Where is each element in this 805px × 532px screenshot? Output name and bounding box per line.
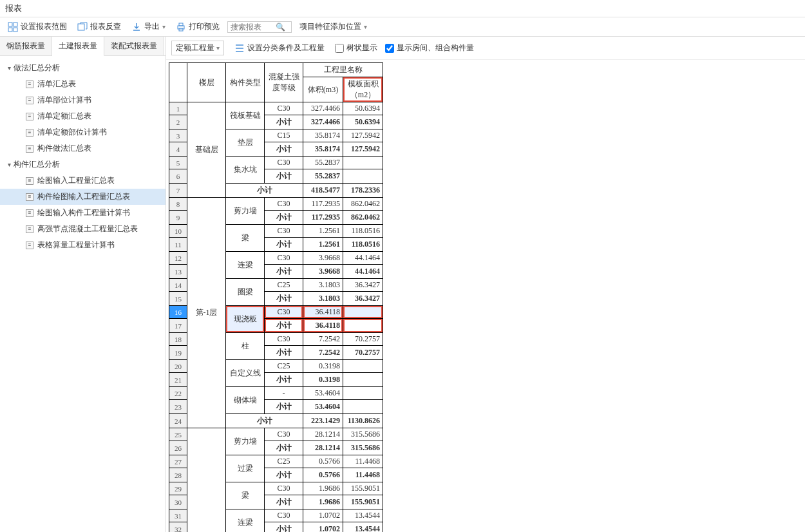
row-number: 8 (169, 198, 187, 211)
col-comp-type: 构件类型 (226, 63, 265, 102)
row-number: 11 (169, 238, 187, 252)
row-number: 15 (169, 292, 187, 306)
toolbar: 设置报表范围 报表反查 导出 打印预览 🔍 项目特征添加位置 (0, 17, 805, 37)
col-formwork: 模板面积（m2） (343, 77, 383, 102)
filter-bar: 定额工程量 设置分类条件及工程量 树状显示 显示房间、组合构件量 (166, 37, 805, 60)
feature-position-dropdown[interactable]: 项目特征添加位置 (297, 20, 370, 33)
row-number: 5 (169, 157, 187, 169)
col-volume: 体积(m3) (303, 77, 343, 102)
tree-item[interactable]: ≡绘图输入构件工程量计算书 (0, 205, 166, 221)
tab-2[interactable]: 装配式报表量 (104, 37, 164, 55)
corner-cell (169, 63, 187, 102)
title-bar: 报表 (0, 0, 805, 17)
row-number: 1 (169, 102, 187, 115)
row-number: 18 (169, 333, 187, 346)
set-classify-button[interactable]: 设置分类条件及工程量 (232, 41, 327, 55)
row-number: 3 (169, 129, 187, 142)
search-report-box[interactable]: 🔍 (227, 21, 292, 33)
row-number: 12 (169, 252, 187, 265)
doc-icon: ≡ (26, 81, 33, 88)
row-number: 32 (169, 522, 187, 533)
row-number: 13 (169, 265, 187, 279)
show-room-checkbox[interactable]: 显示房间、组合构件量 (385, 43, 474, 53)
caret-icon: ▾ (8, 161, 11, 168)
row-number: 9 (169, 211, 187, 225)
col-floor: 楼层 (187, 63, 226, 102)
export-icon (131, 22, 142, 32)
svg-rect-6 (179, 23, 183, 26)
row-number: 29 (169, 482, 187, 495)
svg-rect-4 (78, 24, 84, 30)
doc-icon: ≡ (26, 97, 33, 104)
recheck-icon (77, 22, 88, 32)
report-recheck-button[interactable]: 报表反查 (75, 20, 124, 33)
tree-item[interactable]: ≡清单定额汇总表 (0, 108, 166, 124)
row-number: 31 (169, 509, 187, 522)
svg-rect-2 (8, 28, 12, 32)
row-number: 24 (169, 414, 187, 428)
report-tabs: 钢筋报表量土建报表量装配式报表量 (0, 37, 166, 56)
row-number: 21 (169, 373, 187, 387)
doc-icon: ≡ (26, 209, 33, 217)
window-title: 报表 (5, 3, 22, 13)
report-tree: ▾做法汇总分析≡清单汇总表≡清单部位计算书≡清单定额汇总表≡清单定额部位计算书≡… (0, 56, 166, 532)
row-number: 19 (169, 346, 187, 360)
tree-item[interactable]: ≡清单汇总表 (0, 76, 166, 92)
tree-item[interactable]: ≡绘图输入工程量汇总表 (0, 173, 166, 189)
sidebar: 钢筋报表量土建报表量装配式报表量 ▾做法汇总分析≡清单汇总表≡清单部位计算书≡清… (0, 37, 166, 532)
tree-item[interactable]: ≡表格算量工程量计算书 (0, 237, 166, 253)
row-number: 6 (169, 169, 187, 184)
tree-item[interactable]: ≡构件绘图输入工程量汇总表 (0, 189, 166, 205)
grid-icon (8, 22, 18, 32)
content-area: 定额工程量 设置分类条件及工程量 树状显示 显示房间、组合构件量 楼层 (166, 37, 805, 532)
tree-display-checkbox[interactable]: 树状显示 (335, 43, 377, 53)
list-icon (234, 43, 245, 53)
row-number: 23 (169, 400, 187, 414)
doc-icon: ≡ (26, 113, 33, 120)
svg-rect-1 (14, 23, 17, 26)
table-container[interactable]: 楼层 构件类型 混凝土强度等级 工程里名称 体积(m3) 模板面积（m2） 1基… (166, 60, 805, 532)
row-number: 22 (169, 387, 187, 400)
tree-group[interactable]: ▾做法汇总分析 (0, 60, 166, 76)
doc-icon: ≡ (26, 145, 33, 153)
col-qty-name: 工程里名称 (303, 63, 383, 77)
row-number: 14 (169, 279, 187, 292)
table-row[interactable]: 8第-1层剪力墙C30117.2935862.0462 (169, 198, 383, 211)
quantity-table: 楼层 构件类型 混凝土强度等级 工程里名称 体积(m3) 模板面积（m2） 1基… (169, 62, 383, 532)
row-number: 28 (169, 468, 187, 482)
tab-1[interactable]: 土建报表量 (52, 37, 104, 56)
caret-icon: ▾ (8, 64, 11, 71)
row-number: 27 (169, 455, 187, 468)
tree-item[interactable]: ≡清单部位计算书 (0, 92, 166, 108)
row-number: 4 (169, 142, 187, 157)
row-number: 17 (169, 319, 187, 333)
tab-0[interactable]: 钢筋报表量 (0, 37, 52, 55)
tree-item[interactable]: ≡清单定额部位计算书 (0, 124, 166, 140)
tree-item[interactable]: ≡构件做法汇总表 (0, 140, 166, 157)
doc-icon: ≡ (26, 225, 33, 233)
svg-rect-3 (14, 28, 17, 32)
doc-icon: ≡ (26, 193, 33, 201)
table-row[interactable]: 25剪力墙C3028.1214315.5686 (169, 428, 383, 441)
row-number: 10 (169, 225, 187, 238)
print-preview-button[interactable]: 打印预览 (173, 20, 222, 33)
row-number: 26 (169, 441, 187, 455)
row-number: 2 (169, 115, 187, 129)
row-number: 7 (169, 184, 187, 198)
print-icon (176, 22, 186, 32)
tree-group[interactable]: ▾构件汇总分析 (0, 157, 166, 173)
doc-icon: ≡ (26, 242, 33, 249)
row-number: 30 (169, 495, 187, 509)
search-report-input[interactable] (231, 23, 276, 32)
row-number: 16 (169, 306, 187, 319)
doc-icon: ≡ (26, 177, 33, 185)
svg-rect-0 (8, 23, 12, 26)
doc-icon: ≡ (26, 129, 33, 137)
export-button[interactable]: 导出 (129, 20, 168, 33)
tree-item[interactable]: ≡高强节点混凝土工程量汇总表 (0, 221, 166, 237)
row-number: 20 (169, 360, 187, 373)
row-number: 25 (169, 428, 187, 441)
table-row[interactable]: 1基础层筏板基础C30327.446650.6394 (169, 102, 383, 115)
quantity-type-select[interactable]: 定额工程量 (171, 41, 224, 55)
set-report-range-button[interactable]: 设置报表范围 (5, 20, 70, 33)
